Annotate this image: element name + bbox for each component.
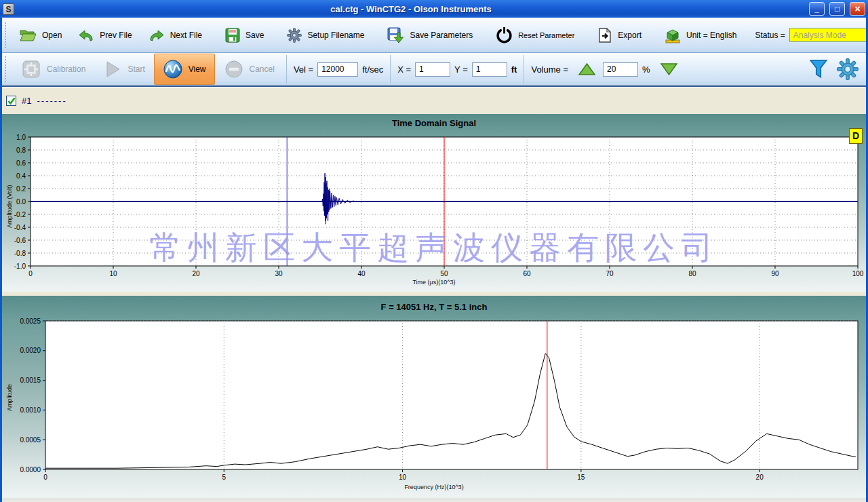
svg-text:90: 90 bbox=[771, 270, 779, 277]
save-parameters-label: Save Parameters bbox=[410, 31, 473, 40]
svg-text:20: 20 bbox=[192, 270, 200, 277]
svg-text:0.2: 0.2 bbox=[16, 185, 26, 193]
svg-text:0.0025: 0.0025 bbox=[20, 317, 41, 325]
bottom-strip bbox=[0, 499, 868, 502]
view-label: View bbox=[189, 64, 206, 74]
time-domain-chart: Time Domain Signal 010203040506070809010… bbox=[0, 114, 868, 292]
power-icon bbox=[496, 26, 513, 43]
unit-button[interactable]: Unit = English bbox=[657, 24, 744, 46]
calibration-target-icon bbox=[21, 59, 41, 79]
open-button[interactable]: Open bbox=[12, 26, 69, 45]
volume-label: Volume = bbox=[528, 64, 571, 75]
d-button[interactable]: D bbox=[849, 128, 863, 144]
app-window: S cal.ctg - WinCTG2 - Olson Instruments … bbox=[0, 0, 868, 502]
toolbar-separator bbox=[524, 55, 524, 83]
minimize-button[interactable]: _ bbox=[809, 2, 825, 16]
check-icon bbox=[7, 97, 16, 105]
svg-text:40: 40 bbox=[357, 270, 366, 277]
settings-gear-icon[interactable] bbox=[834, 58, 864, 80]
waveform-icon bbox=[163, 59, 183, 79]
cube-ruler-icon bbox=[665, 27, 681, 43]
close-button[interactable]: × bbox=[850, 2, 865, 16]
series-1-linestyle: ------- bbox=[37, 96, 66, 106]
reset-parameter-button[interactable]: Reset Parameter bbox=[488, 24, 582, 46]
velocity-input[interactable] bbox=[317, 62, 358, 77]
save-button[interactable]: Save bbox=[218, 25, 271, 45]
restore-button[interactable]: □ bbox=[829, 2, 845, 16]
save-label: Save bbox=[245, 31, 264, 40]
svg-text:5: 5 bbox=[222, 474, 226, 481]
export-button[interactable]: Export bbox=[590, 25, 649, 45]
svg-text:0.6: 0.6 bbox=[16, 159, 26, 167]
time-domain-plot[interactable]: 01020304050607080901001.00.80.60.40.20.0… bbox=[0, 114, 868, 292]
x-input[interactable] bbox=[415, 62, 450, 77]
floppy-down-arrow-icon bbox=[387, 27, 404, 43]
play-icon bbox=[102, 59, 122, 79]
x-label: X = bbox=[395, 64, 414, 75]
setup-filename-label: Setup Filename bbox=[307, 31, 364, 40]
funnel-icon[interactable] bbox=[804, 58, 833, 80]
svg-text:30: 30 bbox=[275, 270, 283, 277]
svg-text:10: 10 bbox=[399, 474, 407, 481]
view-button[interactable]: View bbox=[154, 54, 215, 85]
svg-text:-0.8: -0.8 bbox=[14, 250, 26, 257]
svg-text:10: 10 bbox=[109, 270, 117, 277]
cancel-button[interactable]: Cancel bbox=[216, 56, 282, 82]
prev-file-button[interactable]: Prev File bbox=[71, 26, 139, 45]
svg-text:0: 0 bbox=[43, 474, 47, 481]
svg-text:1.0: 1.0 bbox=[16, 134, 26, 141]
svg-text:0.0010: 0.0010 bbox=[20, 406, 41, 414]
velocity-unit-label: ft/sec bbox=[359, 64, 386, 75]
svg-text:0.8: 0.8 bbox=[16, 147, 26, 154]
series-1-checkbox[interactable] bbox=[6, 96, 16, 106]
stop-circle-icon bbox=[224, 59, 244, 79]
start-button[interactable]: Start bbox=[94, 56, 152, 82]
folder-open-icon bbox=[19, 28, 37, 42]
gear-icon bbox=[287, 28, 302, 43]
calibration-button[interactable]: Calibration bbox=[14, 56, 93, 82]
next-file-button[interactable]: Next File bbox=[141, 26, 210, 45]
floppy-disk-icon bbox=[225, 28, 240, 43]
status-field[interactable] bbox=[789, 28, 868, 42]
svg-text:50: 50 bbox=[440, 270, 448, 277]
svg-text:80: 80 bbox=[688, 270, 696, 277]
svg-text:-1.0: -1.0 bbox=[14, 263, 26, 270]
save-parameters-button[interactable]: Save Parameters bbox=[380, 24, 480, 46]
start-label: Start bbox=[127, 64, 144, 74]
open-label: Open bbox=[42, 31, 62, 40]
export-label: Export bbox=[618, 31, 642, 40]
svg-text:100: 100 bbox=[852, 270, 864, 277]
green-down-triangle-icon[interactable] bbox=[654, 62, 684, 76]
frequency-spectrum-chart: F = 14051 Hz, T = 5.1 inch 051015200.000… bbox=[0, 296, 868, 499]
calibration-label: Calibration bbox=[47, 64, 85, 74]
toolbar-separator bbox=[286, 55, 287, 83]
svg-text:15: 15 bbox=[577, 474, 585, 481]
svg-text:-0.6: -0.6 bbox=[14, 237, 26, 244]
time-domain-ylabel: Amplitude (Volt) bbox=[6, 185, 13, 228]
title-bar: S cal.ctg - WinCTG2 - Olson Instruments … bbox=[0, 0, 868, 18]
next-file-label: Next File bbox=[170, 31, 202, 40]
svg-text:0.0005: 0.0005 bbox=[20, 436, 41, 444]
svg-text:0.0000: 0.0000 bbox=[20, 466, 41, 474]
y-input[interactable] bbox=[472, 62, 507, 77]
svg-text:0: 0 bbox=[28, 270, 33, 277]
legend-bar: #1 ------- bbox=[0, 87, 868, 114]
toolbar-grip[interactable] bbox=[5, 56, 8, 82]
setup-filename-button[interactable]: Setup Filename bbox=[279, 25, 372, 45]
volume-input[interactable] bbox=[603, 62, 638, 77]
svg-text:60: 60 bbox=[523, 270, 531, 277]
toolbar-grip[interactable] bbox=[5, 22, 6, 48]
frequency-spectrum-plot[interactable]: 051015200.00000.00050.00100.00150.00200.… bbox=[0, 296, 868, 499]
svg-text:-0.4: -0.4 bbox=[14, 224, 26, 231]
document-arrow-icon bbox=[597, 28, 612, 43]
cancel-label: Cancel bbox=[250, 64, 275, 74]
frequency-spectrum-ylabel: Amplitude bbox=[6, 384, 13, 411]
reset-parameter-label: Reset Parameter bbox=[518, 31, 574, 39]
curved-arrow-left-icon bbox=[78, 28, 94, 42]
window-title: cal.ctg - WinCTG2 - Olson Instruments bbox=[18, 4, 804, 14]
xy-unit-label: ft bbox=[509, 64, 520, 75]
window-border-left bbox=[0, 18, 2, 502]
frequency-spectrum-xlabel: Frequency (Hz)(10^3) bbox=[0, 484, 868, 490]
velocity-label: Vel = bbox=[291, 64, 316, 75]
green-up-triangle-icon[interactable] bbox=[572, 62, 601, 76]
